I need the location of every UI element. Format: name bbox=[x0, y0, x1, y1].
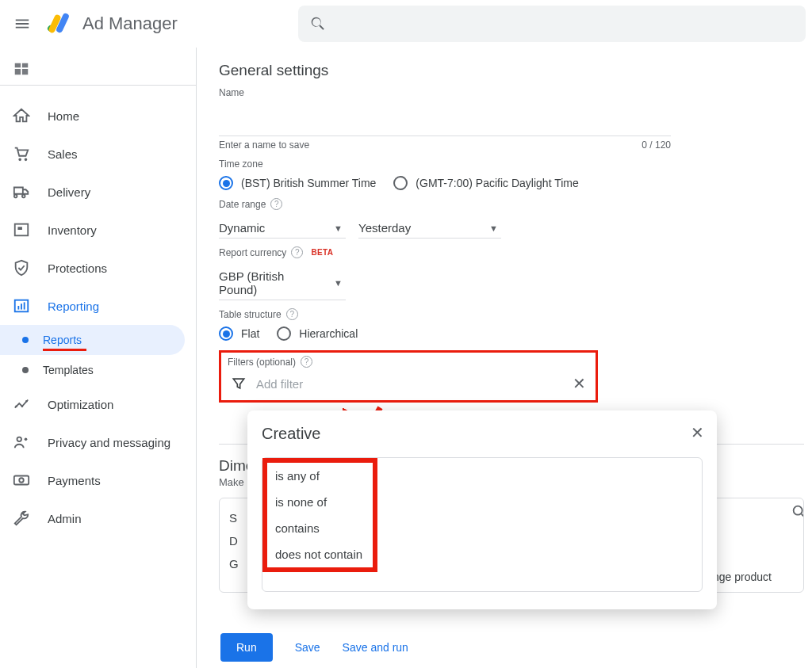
add-filter-input[interactable]: Add filter bbox=[256, 377, 303, 391]
operator-is-none-of[interactable]: is none of bbox=[267, 489, 373, 515]
chevron-down-icon: ▼ bbox=[334, 223, 343, 233]
svg-rect-14 bbox=[14, 476, 29, 485]
ts-flat-radio[interactable]: Flat bbox=[219, 326, 259, 341]
bullet-icon bbox=[22, 337, 29, 343]
currency-select[interactable]: GBP (British Pound)▼ bbox=[219, 265, 346, 300]
name-hint: Enter a name to save bbox=[219, 139, 309, 151]
search-input[interactable] bbox=[298, 6, 806, 42]
filter-popover: Creative ✕ is any of is none of contains… bbox=[247, 410, 717, 609]
svg-point-15 bbox=[19, 478, 24, 483]
name-input[interactable] bbox=[219, 113, 671, 136]
filter-icon bbox=[231, 376, 247, 391]
help-icon[interactable]: ? bbox=[291, 246, 303, 258]
daterange-label: Date range? bbox=[219, 198, 804, 210]
sidebar-item-reporting[interactable]: Reporting bbox=[0, 287, 185, 325]
sidebar-item-label: Inventory bbox=[48, 223, 97, 237]
timezone-pdt-radio[interactable]: (GMT-7:00) Pacific Daylight Time bbox=[393, 176, 578, 190]
inventory-icon bbox=[13, 221, 30, 239]
name-label: Name bbox=[219, 87, 804, 98]
sidebar-item-optimization[interactable]: Optimization bbox=[0, 385, 185, 423]
sidebar-item-label: Protections bbox=[48, 261, 107, 275]
radio-icon bbox=[219, 326, 233, 341]
cart-icon bbox=[13, 145, 30, 162]
truck-icon bbox=[13, 183, 30, 200]
trend-icon bbox=[13, 395, 30, 413]
chevron-down-icon: ▼ bbox=[489, 223, 498, 233]
annotation-underline bbox=[43, 349, 86, 351]
sidebar-sub-reports[interactable]: Reports bbox=[0, 325, 185, 355]
search-icon[interactable] bbox=[791, 503, 804, 521]
svg-rect-8 bbox=[24, 302, 25, 309]
people-icon bbox=[13, 433, 30, 451]
footer-actions: Run Save Save and run bbox=[220, 633, 408, 662]
sidebar-sub-label: Templates bbox=[43, 364, 94, 376]
filters-label: Filters (optional)? bbox=[228, 356, 589, 368]
operator-contains[interactable]: contains bbox=[267, 515, 373, 541]
network-switcher-icon[interactable] bbox=[0, 52, 196, 86]
operator-select[interactable]: is any of is none of contains does not c… bbox=[262, 457, 703, 592]
close-icon[interactable]: ✕ bbox=[691, 423, 704, 442]
sidebar-item-inventory[interactable]: Inventory bbox=[0, 211, 185, 249]
sidebar-item-payments[interactable]: Payments bbox=[0, 461, 185, 499]
sidebar-item-label: Optimization bbox=[48, 398, 113, 411]
svg-rect-6 bbox=[17, 306, 19, 310]
popover-title: Creative bbox=[262, 425, 703, 443]
help-icon[interactable]: ? bbox=[270, 198, 282, 210]
sidebar-item-label: Privacy and messaging bbox=[48, 436, 170, 449]
sidebar-item-label: Reporting bbox=[48, 300, 99, 313]
svg-point-16 bbox=[794, 506, 802, 515]
timezone-bst-radio[interactable]: (BST) British Summer Time bbox=[219, 176, 376, 190]
ts-hier-radio[interactable]: Hierarchical bbox=[277, 326, 358, 341]
sidebar-sub-templates[interactable]: Templates bbox=[0, 355, 185, 385]
menu-icon[interactable] bbox=[6, 8, 38, 40]
svg-point-12 bbox=[17, 437, 22, 442]
name-counter: 0 / 120 bbox=[642, 139, 671, 151]
sidebar-item-protections[interactable]: Protections bbox=[0, 249, 185, 287]
sidebar: Home Sales Delivery Inventory Protection… bbox=[0, 48, 197, 668]
section-heading: General settings bbox=[219, 62, 804, 79]
timezone-label: Time zone bbox=[219, 158, 804, 170]
daterange-value-select[interactable]: Yesterday▼ bbox=[358, 216, 501, 239]
app-logo bbox=[44, 10, 71, 37]
operator-options-highlight: is any of is none of contains does not c… bbox=[262, 458, 377, 572]
sidebar-item-label: Home bbox=[48, 109, 79, 123]
radio-icon bbox=[219, 176, 233, 190]
radio-icon bbox=[393, 176, 408, 190]
sidebar-item-label: Sales bbox=[48, 147, 78, 161]
help-icon[interactable]: ? bbox=[301, 356, 312, 368]
clear-filter-icon[interactable]: ✕ bbox=[573, 374, 586, 393]
chevron-down-icon: ▼ bbox=[334, 278, 343, 288]
svg-rect-4 bbox=[17, 227, 22, 230]
sidebar-item-admin[interactable]: Admin bbox=[0, 499, 185, 537]
svg-rect-7 bbox=[21, 303, 22, 309]
sidebar-item-label: Delivery bbox=[48, 185, 90, 199]
tablestructure-label: Table structure? bbox=[219, 308, 804, 320]
sidebar-item-delivery[interactable]: Delivery bbox=[0, 173, 185, 211]
search-icon bbox=[309, 15, 327, 32]
chart-icon bbox=[13, 297, 30, 315]
sidebar-item-label: Payments bbox=[48, 474, 101, 487]
operator-is-any-of[interactable]: is any of bbox=[267, 463, 373, 489]
beta-badge: BETA bbox=[311, 248, 333, 257]
filters-panel: Filters (optional)? Add filter ✕ bbox=[219, 350, 598, 403]
svg-point-10 bbox=[21, 405, 24, 407]
shield-icon bbox=[13, 259, 30, 277]
sidebar-item-sales[interactable]: Sales bbox=[0, 135, 185, 173]
svg-point-9 bbox=[15, 405, 17, 407]
daterange-type-select[interactable]: Dynamic▼ bbox=[219, 216, 346, 239]
radio-icon bbox=[277, 326, 291, 341]
payments-icon bbox=[13, 471, 30, 489]
wrench-icon bbox=[13, 510, 30, 527]
save-and-run-button[interactable]: Save and run bbox=[343, 641, 408, 654]
sidebar-item-home[interactable]: Home bbox=[0, 97, 185, 135]
brand-name: Ad Manager bbox=[82, 13, 178, 34]
operator-does-not-contain[interactable]: does not contain bbox=[267, 541, 373, 567]
bullet-icon bbox=[22, 367, 29, 373]
svg-point-13 bbox=[25, 438, 28, 441]
help-icon[interactable]: ? bbox=[286, 308, 298, 320]
run-button[interactable]: Run bbox=[220, 633, 273, 662]
home-icon bbox=[13, 107, 30, 124]
save-button[interactable]: Save bbox=[295, 641, 320, 654]
sidebar-item-privacy[interactable]: Privacy and messaging bbox=[0, 423, 185, 461]
app-header: Ad Manager bbox=[0, 0, 812, 48]
